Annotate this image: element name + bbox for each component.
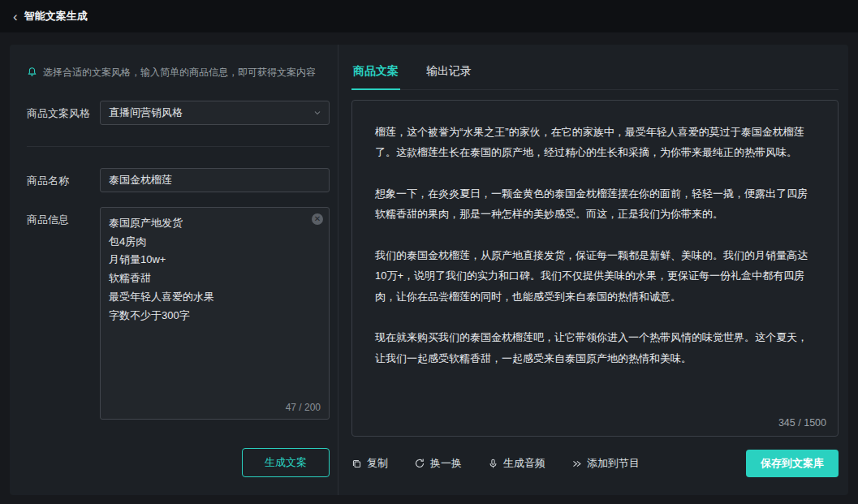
topbar: ‹ 智能文案生成 — [0, 0, 858, 32]
page-title: 智能文案生成 — [24, 9, 88, 24]
copy-icon — [351, 459, 362, 469]
add-to-program-button[interactable]: 添加到节目 — [571, 456, 640, 471]
style-field-label: 商品文案风格 — [27, 101, 100, 125]
refresh-icon — [414, 458, 425, 469]
generated-copy-box[interactable]: 榴莲，这个被誉为“水果之王”的家伙，在它的家族中，最受年轻人喜爱的莫过于泰国金枕… — [351, 100, 839, 437]
bell-icon — [27, 67, 37, 77]
product-info-textarea[interactable]: 泰国原产地发货 包4房肉 月销量10w+ 软糯香甜 最受年轻人喜爱的水果 字数不… — [101, 208, 329, 419]
name-field-row: 商品名称 — [27, 168, 330, 192]
info-field-label: 商品信息 — [27, 207, 100, 420]
name-field-label: 商品名称 — [27, 168, 100, 192]
generate-audio-button[interactable]: 生成音频 — [488, 456, 545, 471]
microphone-icon — [488, 459, 498, 469]
clear-icon[interactable]: ✕ — [312, 213, 323, 225]
left-divider — [27, 146, 330, 147]
style-select[interactable]: 直播间营销风格 — [100, 101, 330, 125]
output-section: 商品文案 输出记录 榴莲，这个被誉为“水果之王”的家伙，在它的家族中，最受年轻人… — [338, 45, 848, 495]
double-chevron-right-icon — [571, 459, 582, 469]
style-select-value: 直播间营销风格 — [109, 106, 183, 120]
main-panel: 选择合适的文案风格，输入简单的商品信息，即可获得文案内容 商品文案风格 直播间营… — [10, 45, 848, 495]
output-char-count: 345 / 1500 — [778, 417, 826, 429]
tab-product-copy[interactable]: 商品文案 — [351, 64, 400, 89]
back-icon[interactable]: ‹ — [13, 10, 18, 24]
generate-button[interactable]: 生成文案 — [242, 448, 330, 477]
tip-row: 选择合适的文案风格，输入简单的商品信息，即可获得文案内容 — [27, 66, 330, 80]
tab-output-history[interactable]: 输出记录 — [425, 64, 473, 89]
copy-button[interactable]: 复制 — [351, 456, 388, 471]
style-field-row: 商品文案风格 直播间营销风格 — [27, 101, 330, 125]
swap-button[interactable]: 换一换 — [414, 456, 462, 471]
product-name-input[interactable] — [100, 168, 330, 192]
output-actions: 复制 换一换 生成 — [351, 450, 839, 477]
tip-text: 选择合适的文案风格，输入简单的商品信息，即可获得文案内容 — [43, 66, 316, 80]
chevron-down-icon — [313, 108, 322, 118]
input-section: 选择合适的文案风格，输入简单的商品信息，即可获得文案内容 商品文案风格 直播间营… — [10, 45, 338, 495]
save-to-library-button[interactable]: 保存到文案库 — [746, 450, 839, 477]
generated-copy-text: 榴莲，这个被誉为“水果之王”的家伙，在它的家族中，最受年轻人喜爱的莫过于泰国金枕… — [352, 101, 838, 396]
output-tabs: 商品文案 输出记录 — [351, 64, 839, 90]
info-char-count: 47 / 200 — [286, 402, 321, 413]
info-field-row: 商品信息 泰国原产地发货 包4房肉 月销量10w+ 软糯香甜 最受年轻人喜爱的水… — [27, 207, 330, 420]
